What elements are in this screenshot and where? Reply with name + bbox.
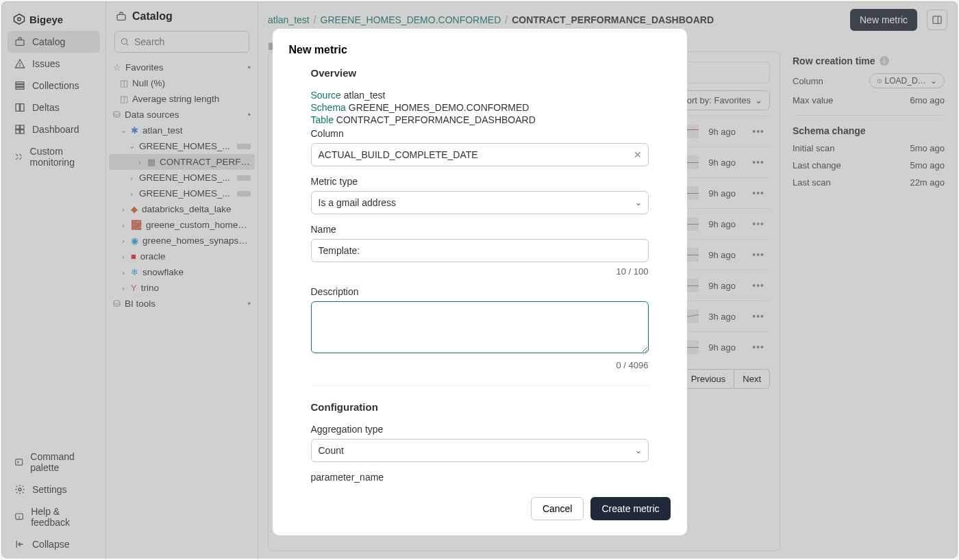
- aggregation-select[interactable]: Count: [311, 439, 649, 462]
- new-metric-modal: New metric Overview Source atlan_test Sc…: [273, 29, 687, 535]
- description-label: Description: [311, 286, 649, 297]
- cancel-button[interactable]: Cancel: [531, 497, 584, 520]
- description-char-count: 0 / 4096: [311, 360, 649, 370]
- overview-heading: Overview: [311, 67, 649, 79]
- description-textarea[interactable]: [311, 301, 649, 353]
- name-char-count: 10 / 100: [311, 266, 649, 277]
- modal-title: New metric: [273, 44, 687, 67]
- name-input[interactable]: [311, 239, 649, 262]
- create-metric-button[interactable]: Create metric: [590, 497, 670, 520]
- name-label: Name: [311, 224, 649, 235]
- metric-type-select[interactable]: Is a gmail address: [311, 191, 649, 214]
- clear-icon[interactable]: ✕: [634, 149, 642, 160]
- column-input[interactable]: [311, 143, 649, 166]
- configuration-heading: Configuration: [311, 401, 649, 413]
- metric-type-label: Metric type: [311, 176, 649, 187]
- parameter-name-label: parameter_name: [311, 472, 649, 483]
- column-label: Column: [311, 128, 649, 139]
- modal-overlay[interactable]: New metric Overview Source atlan_test Sc…: [1, 1, 958, 559]
- aggregation-label: Aggregation type: [311, 424, 649, 435]
